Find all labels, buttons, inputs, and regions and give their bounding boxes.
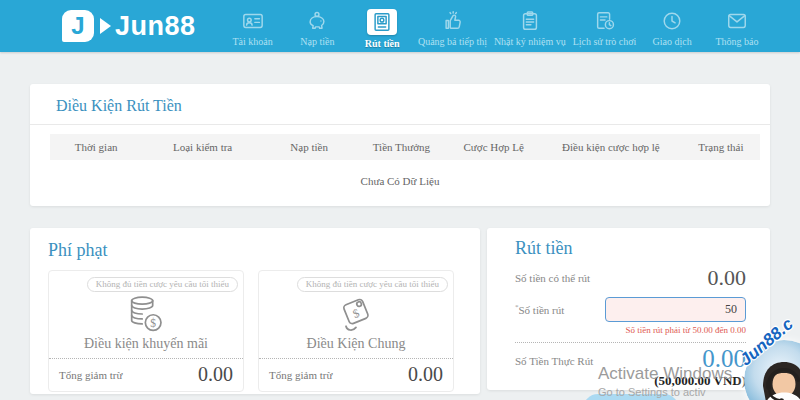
empty-state-text: Chưa Có Dữ Liệu	[30, 175, 770, 187]
column-header: Tiền Thưởng	[355, 141, 447, 153]
column-header: Thời gian	[50, 141, 142, 153]
jun88-logo[interactable]: J Jun88	[62, 10, 196, 42]
penalty-boxes: Không đủ tiền cược yêu cầu tối thiểu $ Đ…	[48, 270, 462, 392]
nav-item-account[interactable]: Tài khoản	[224, 3, 282, 49]
activate-windows-line1: Activate Windows	[598, 364, 732, 384]
svg-text:$: $	[351, 306, 362, 321]
jun88-logo-mark-icon: J	[62, 10, 94, 42]
nav-label: Tài khoản	[232, 36, 272, 47]
piggy-bank-icon	[305, 9, 329, 33]
divider	[515, 342, 746, 343]
column-header: Cược Hợp Lệ	[448, 141, 540, 153]
promo-total-row: Tổng giảm trừ 0.00	[49, 358, 243, 391]
withdrawal-conditions-card: Điều Kiện Rút Tiền Thời gian Loại kiểm t…	[30, 84, 770, 206]
nav-label: Quảng bá tiếp thị	[418, 36, 487, 47]
main-nav: Tài khoản Nạp tiền Rút tiền Quảng bá tiế…	[224, 3, 800, 49]
promo-condition-label: Điều kiện khuyến mãi	[49, 336, 243, 352]
nav-item-transactions[interactable]: Giao dịch	[643, 3, 701, 49]
available-amount-label: Số tiền có thể rút	[515, 272, 590, 284]
nav-label: Nhật ký nhiệm vụ	[494, 36, 566, 47]
tooltip-pill: Không đủ tiền cược yêu cầu tối thiểu	[87, 277, 238, 292]
general-condition-label: Điều Kiện Chung	[259, 336, 453, 352]
total-deduction-value: 0.00	[408, 363, 443, 386]
penalty-card-title: Phí phạt	[48, 240, 462, 261]
history-doc-icon	[593, 9, 617, 33]
actual-amount-label: Số Tiền Thực Rút	[515, 355, 593, 389]
withdraw-card-title: Rút tiền	[515, 238, 746, 259]
nav-label: Thông báo	[715, 36, 758, 47]
activate-windows-line2: Go to Settings to activ	[598, 386, 732, 398]
withdraw-amount-label: *Số tiền rút	[515, 303, 564, 316]
nav-item-notifications[interactable]: Thông báo	[708, 3, 766, 49]
nav-label: Nạp tiền	[300, 36, 334, 47]
id-card-icon	[241, 9, 265, 33]
play-triangle-icon	[100, 18, 111, 34]
coins-icon: $	[120, 293, 172, 335]
nav-item-affiliate[interactable]: Quảng bá tiếp thị	[418, 3, 487, 49]
price-tag-icon: $	[330, 293, 382, 335]
total-deduction-label: Tổng giảm trừ	[269, 369, 332, 381]
total-deduction-label: Tổng giảm trừ	[59, 369, 122, 381]
nav-item-withdraw[interactable]: Rút tiền	[353, 3, 411, 49]
conditions-table-header: Thời gian Loại kiểm tra Nạp tiền Tiền Th…	[50, 134, 760, 160]
svg-text:$: $	[150, 317, 156, 329]
nav-item-deposit[interactable]: Nạp tiền	[288, 3, 346, 49]
activate-windows-watermark: Activate Windows Go to Settings to activ	[598, 364, 732, 398]
withdraw-amount-input[interactable]	[605, 297, 746, 322]
mail-icon	[725, 9, 749, 33]
available-amount-value: 0.00	[708, 265, 747, 291]
column-header: Loại kiểm tra	[142, 141, 263, 153]
promo-condition-box: Không đủ tiền cược yêu cầu tối thiểu $ Đ…	[48, 270, 244, 392]
column-header: Trạng thái	[682, 141, 760, 153]
available-amount-row: Số tiền có thể rút 0.00	[515, 265, 746, 291]
column-header: Nạp tiền	[263, 141, 355, 153]
thumbs-up-icon	[441, 9, 465, 33]
general-condition-box: Không đủ tiền cược yêu cầu tối thiểu $ Đ…	[258, 270, 454, 392]
top-header: J Jun88 Tài khoản Nạp tiền Rút tiền	[0, 0, 800, 52]
total-deduction-value: 0.00	[198, 363, 233, 386]
nav-item-game-history[interactable]: Lịch sử trò chơi	[573, 3, 637, 49]
nav-label: Rút tiền	[365, 38, 400, 49]
nav-label: Lịch sử trò chơi	[573, 36, 637, 47]
withdraw-amount-row: *Số tiền rút	[515, 297, 746, 322]
general-total-row: Tổng giảm trừ 0.00	[259, 358, 453, 391]
amount-range-hint: Số tiền rút phải từ 50.00 đến 0.00	[515, 325, 746, 335]
nav-label: Giao dịch	[653, 36, 692, 47]
conditions-card-title: Điều Kiện Rút Tiền	[30, 84, 770, 125]
jun88-logo-text: Jun88	[115, 11, 196, 42]
atm-icon	[367, 9, 397, 35]
column-header: Điều kiện cược hợp lệ	[540, 141, 682, 153]
penalty-fee-card: Phí phạt Không đủ tiền cược yêu cầu tối …	[30, 228, 480, 394]
clipboard-icon	[518, 9, 542, 33]
clock-icon	[660, 9, 684, 33]
tooltip-pill: Không đủ tiền cược yêu cầu tối thiểu	[297, 277, 448, 292]
nav-item-task-log[interactable]: Nhật ký nhiệm vụ	[494, 3, 566, 49]
